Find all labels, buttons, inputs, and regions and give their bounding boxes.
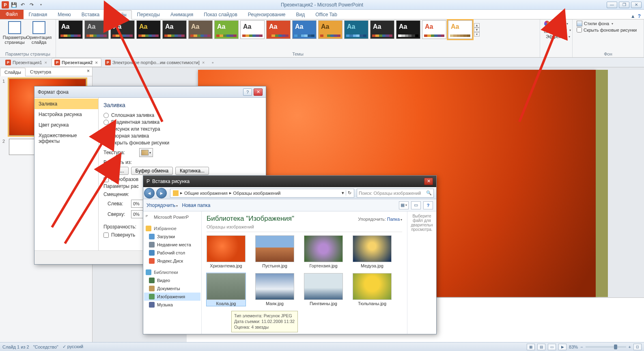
file-item[interactable]: Гортензия.jpg [304, 235, 343, 268]
page-setup-button[interactable]: Параметры страницы [2, 20, 27, 45]
sort-dropdown[interactable]: Папка [387, 217, 402, 222]
nav-picture-corrections[interactable]: Настройка рисунка [34, 109, 98, 120]
ribbon-help-icon[interactable]: ? [638, 13, 641, 19]
qat-redo[interactable]: ↷ [28, 1, 36, 9]
file-item[interactable]: Тюльпаны.jpg [353, 273, 392, 306]
close-button[interactable]: ✕ [631, 2, 642, 8]
theme-thumb[interactable]: Aa [136, 20, 161, 39]
check-rotate[interactable] [103, 233, 109, 238]
fonts-button[interactable]: AШрифты [543, 27, 570, 33]
tab-view[interactable]: Вид [291, 10, 310, 19]
orientation-button[interactable]: Ориентация слайда [27, 20, 51, 45]
tab-close-icon[interactable]: × [44, 60, 48, 65]
help-icon[interactable]: ? [423, 201, 433, 209]
doc-tab[interactable]: PПрезентация2× [52, 58, 101, 67]
file-item[interactable]: Пустыня.jpg [255, 235, 294, 268]
refresh-icon[interactable]: ↻ [346, 190, 351, 196]
nav-recent[interactable]: Недавние места [144, 241, 200, 249]
texture-dropdown[interactable]: ▾ [139, 148, 153, 157]
tab-home[interactable]: Главная [24, 10, 53, 19]
file-item[interactable]: Пингвины.jpg [304, 273, 343, 306]
tab-slideshow[interactable]: Показ слайдов [198, 10, 243, 19]
hide-bg-checkbox[interactable]: Скрыть фоновые рисунки [575, 27, 641, 33]
zoom-in-icon[interactable]: + [629, 345, 631, 349]
theme-thumb[interactable]: Aa [344, 20, 368, 39]
ribbon-minimize-icon[interactable]: ▲ [631, 13, 635, 19]
nav-yandex-disk[interactable]: Яндекс.Диск [144, 257, 200, 265]
doc-tab[interactable]: PПрезентация1× [2, 58, 51, 67]
nav-back-icon[interactable]: ◄ [144, 188, 155, 198]
theme-thumb[interactable]: Aa [318, 20, 342, 39]
outline-tab[interactable]: Структура [26, 67, 56, 76]
organize-button[interactable]: Упорядочить [146, 202, 178, 208]
new-folder-button[interactable]: Новая папка [182, 202, 210, 208]
nav-images[interactable]: Изображения [144, 293, 200, 301]
file-item[interactable]: Хризантема.jpg [207, 235, 246, 268]
theme-thumb[interactable]: Aa [370, 20, 394, 39]
radio-picture[interactable] [103, 127, 109, 132]
nav-video[interactable]: Видео [144, 276, 200, 284]
tab-menu[interactable]: Меню [52, 10, 76, 19]
file-button[interactable]: Файл... [103, 167, 129, 175]
dialog-close-icon[interactable]: ✕ [424, 178, 433, 185]
nav-documents[interactable]: Документы [144, 284, 200, 293]
theme-thumb[interactable]: Aa [110, 20, 135, 39]
tab-close-icon[interactable]: × [94, 60, 98, 65]
view-reading-icon[interactable]: ▭ [548, 344, 556, 350]
radio-gradient[interactable] [103, 120, 109, 125]
zoom-slider[interactable] [586, 346, 626, 348]
theme-thumb[interactable]: Aa [214, 20, 239, 39]
panel-close-icon[interactable]: × [84, 67, 92, 76]
search-icon[interactable]: 🔍 [426, 190, 432, 196]
minimize-button[interactable]: — [607, 2, 617, 8]
crumb-segment[interactable]: Образцы изображений [233, 191, 281, 196]
file-item[interactable]: Коала.jpg [207, 273, 246, 306]
tab-close-icon[interactable]: × [201, 60, 205, 65]
theme-thumb[interactable]: Aa [266, 20, 291, 39]
dialog-help-icon[interactable]: ? [243, 88, 252, 96]
theme-thumb[interactable]: Aa [84, 20, 109, 39]
radio-pattern[interactable] [103, 134, 109, 139]
restore-button[interactable]: ❐ [619, 2, 629, 8]
theme-thumb[interactable]: Aa [188, 20, 213, 39]
tab-design[interactable]: Дизайн [105, 10, 131, 19]
themes-gallery[interactable]: Aa Aa Aa Aa Aa Aa Aa Aa Aa Aa Aa Aa Aa A… [58, 20, 537, 39]
nav-tree[interactable]: PMicrosoft PowerP Избранное Загрузки Нед… [143, 211, 202, 334]
bg-styles-button[interactable]: Стили фона [575, 20, 641, 27]
view-normal-icon[interactable]: ▦ [527, 344, 535, 350]
doc-tab-new[interactable]: ▫ [209, 58, 216, 67]
nav-favorites[interactable]: Избранное [144, 224, 200, 233]
doc-tab[interactable]: PЭлектронное портфо...им совместимости]× [102, 58, 209, 67]
check-transform[interactable] [103, 177, 109, 182]
nav-forward-icon[interactable]: ► [156, 188, 167, 198]
zoom-level[interactable]: 83% [569, 345, 578, 349]
themes-scroller[interactable]: ▲▼▾ [474, 23, 480, 37]
file-item[interactable]: Медуза.jpg [353, 235, 392, 268]
dialog-titlebar[interactable]: P Вставка рисунка ✕ [143, 176, 436, 187]
file-item[interactable]: Маяк.jpg [255, 273, 294, 306]
radio-solid[interactable] [103, 113, 109, 118]
colors-button[interactable]: Цвета [543, 20, 570, 27]
theme-thumb[interactable]: Aa [448, 20, 472, 39]
crumb-segment[interactable]: Общие изображения [184, 191, 228, 196]
nav-downloads[interactable]: Загрузки [144, 233, 200, 241]
clipboard-button[interactable]: Буфер обмена [131, 167, 173, 175]
language-indicator[interactable]: ✓ русский [62, 344, 84, 349]
theme-thumb[interactable]: Aa [240, 20, 265, 39]
breadcrumb[interactable]: ▸ Общие изображения ▸ Образцы изображени… [170, 189, 354, 198]
effects-button[interactable]: Эффекты [543, 33, 570, 40]
zoom-fit-icon[interactable]: ⊡ [633, 344, 642, 350]
file-tab[interactable]: Файл [0, 9, 24, 19]
check-hide-bg[interactable] [103, 140, 109, 146]
nav-music[interactable]: Музыка [144, 301, 200, 309]
view-sorter-icon[interactable]: ▤ [537, 344, 545, 350]
slides-tab[interactable]: Слайды [0, 68, 26, 76]
nav-fill[interactable]: Заливка [34, 99, 98, 109]
dialog-titlebar[interactable]: Формат фона ? ✕ [34, 86, 266, 98]
tab-insert[interactable]: Вставка [76, 10, 105, 19]
theme-thumb[interactable]: Aa [396, 20, 420, 39]
hide-bg-check[interactable] [577, 27, 582, 32]
tab-officetab[interactable]: Office Tab [310, 10, 342, 19]
theme-thumb[interactable]: Aa [58, 20, 83, 39]
tab-animation[interactable]: Анимация [165, 10, 198, 19]
